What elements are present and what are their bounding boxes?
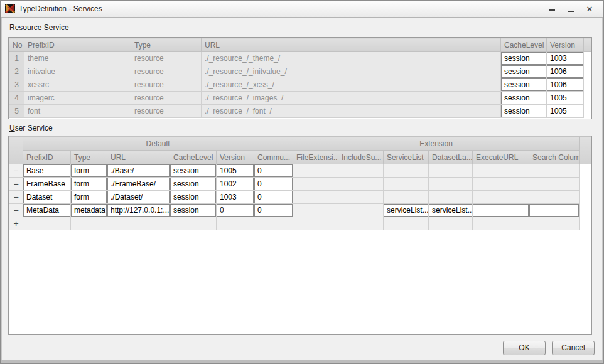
cell-commu[interactable]: 0 [254, 178, 293, 191]
cell-type: resource [131, 52, 202, 65]
cell-url: ./_resource_/_initvalue_/ [202, 65, 501, 78]
cell-commu[interactable]: 0 [254, 191, 293, 204]
minimize-button[interactable] [542, 1, 561, 17]
row-filler [584, 78, 591, 92]
cell-type: resource [131, 105, 202, 118]
add-row-button[interactable]: + [9, 217, 23, 230]
row-filler [580, 178, 591, 191]
cell-cachelevel[interactable]: session [501, 105, 547, 118]
table-row: 1themeresource./_resource_/_theme_/sessi… [9, 52, 591, 65]
app-logo-icon [5, 4, 15, 14]
cell-cachelevel[interactable]: session [501, 65, 547, 78]
cell-servicelist [384, 217, 429, 230]
cell-prefixid: xcssrc [24, 78, 131, 92]
cell-prefixid: font [24, 105, 131, 118]
cell-datasetla [429, 178, 473, 191]
cell-no: 5 [9, 105, 24, 118]
cell-commu[interactable]: 0 [254, 204, 293, 217]
cell-version[interactable]: 1003 [547, 52, 584, 65]
table-row: 2initvalueresource./_resource_/_initvalu… [9, 65, 591, 78]
cell-url[interactable]: ./Base/ [107, 164, 170, 178]
cell-prefixid[interactable]: Dataset [23, 191, 71, 204]
cell-datasetla [429, 164, 473, 178]
cell-cachelevel[interactable]: session [501, 52, 547, 65]
cell-version[interactable]: 1005 [547, 105, 584, 118]
row-filler [584, 65, 591, 78]
row-filler [580, 204, 591, 217]
cell-type: resource [131, 78, 202, 92]
close-button[interactable]: ✕ [580, 1, 599, 17]
cell-version [217, 217, 254, 230]
row-filler [584, 92, 591, 105]
cell-includesu [338, 204, 384, 217]
cell-cachelevel[interactable]: session [170, 178, 217, 191]
cell-url: ./_resource_/_images_/ [202, 92, 501, 105]
resource-service-table: NoPrefixIDTypeURLCacheLevelVersion 1them… [9, 38, 591, 118]
col-header-url: URL [107, 151, 170, 164]
cell-executeurl[interactable] [473, 204, 529, 217]
cell-includesu [338, 164, 384, 178]
cell-prefixid[interactable]: Base [23, 164, 71, 178]
cell-cachelevel[interactable]: session [170, 204, 217, 217]
cell-cachelevel[interactable]: session [501, 78, 547, 92]
cell-search-column[interactable] [529, 204, 580, 217]
cell-version[interactable]: 1002 [217, 178, 254, 191]
cell-executeurl [473, 191, 529, 204]
ok-button[interactable]: OK [503, 341, 546, 355]
cell-version[interactable]: 0 [217, 204, 254, 217]
cell-version[interactable]: 1006 [547, 65, 584, 78]
cell-fileextensi [293, 191, 338, 204]
table-row: −FrameBaseform./FrameBase/session10020 [9, 178, 591, 191]
col-header-version: Version [547, 38, 584, 52]
cell-type[interactable]: metadata [71, 204, 107, 217]
header-filler [580, 137, 591, 164]
cell-version[interactable]: 1006 [547, 78, 584, 92]
table-row: −Datasetform./Dataset/session10030 [9, 191, 591, 204]
cell-prefixid: imagerc [24, 92, 131, 105]
cell-fileextensi [293, 217, 338, 230]
cell-version[interactable]: 1005 [217, 164, 254, 178]
cell-version[interactable]: 1003 [217, 191, 254, 204]
cell-datasetla[interactable]: serviceList... [429, 204, 473, 217]
cell-url[interactable]: ./Dataset/ [107, 191, 170, 204]
cell-url[interactable]: ./FrameBase/ [107, 178, 170, 191]
cell-prefixid [23, 217, 71, 230]
cell-type[interactable]: form [71, 164, 107, 178]
row-filler [584, 52, 591, 65]
cell-url[interactable]: http://127.0.0.1:... [107, 204, 170, 217]
cell-search-column [529, 191, 580, 204]
cell-commu [254, 217, 293, 230]
cell-prefixid[interactable]: FrameBase [23, 178, 71, 191]
col-header-prefixid: PrefixID [24, 38, 131, 52]
cell-servicelist[interactable]: serviceList.... [384, 204, 429, 217]
cell-prefixid: initvalue [24, 65, 131, 78]
cell-no: 1 [9, 52, 24, 65]
col-header-type: Type [131, 38, 202, 52]
cell-cachelevel[interactable]: session [501, 92, 547, 105]
group-header-default: Default [23, 137, 293, 151]
col-header-includesu: IncludeSu... [338, 151, 384, 164]
cell-prefixid: theme [24, 52, 131, 65]
cancel-button[interactable]: Cancel [552, 341, 595, 355]
group-header-extension: Extension [293, 137, 580, 151]
col-header-type: Type [71, 151, 107, 164]
remove-row-button[interactable]: − [9, 178, 23, 191]
maximize-button[interactable] [561, 1, 580, 17]
row-filler [584, 105, 591, 118]
col-header-search-column: Search Column [529, 151, 580, 164]
cell-type[interactable]: form [71, 178, 107, 191]
cell-commu[interactable]: 0 [254, 164, 293, 178]
remove-row-button[interactable]: − [9, 204, 23, 217]
cell-datasetla [429, 191, 473, 204]
cell-version[interactable]: 1005 [547, 92, 584, 105]
cell-prefixid[interactable]: MetaData [23, 204, 71, 217]
cell-cachelevel[interactable]: session [170, 164, 217, 178]
cell-fileextensi [293, 204, 338, 217]
row-filler [580, 164, 591, 178]
cell-cachelevel[interactable]: session [170, 191, 217, 204]
remove-row-button[interactable]: − [9, 191, 23, 204]
cell-type[interactable]: form [71, 191, 107, 204]
remove-row-button[interactable]: − [9, 164, 23, 178]
cell-executeurl [473, 178, 529, 191]
window-frame-bottom [1, 360, 603, 363]
